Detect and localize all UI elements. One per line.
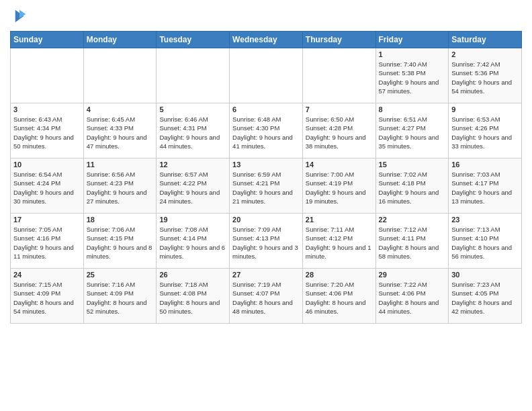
day-number: 25: [87, 271, 154, 279]
calendar-cell: 30Sunrise: 7:23 AM Sunset: 4:05 PM Dayli…: [449, 269, 522, 324]
day-number: 2: [451, 50, 519, 58]
header-thursday: Thursday: [302, 32, 375, 48]
day-number: 26: [159, 271, 226, 279]
day-info: Sunrise: 7:23 AM Sunset: 4:05 PM Dayligh…: [451, 280, 519, 316]
day-info: Sunrise: 7:18 AM Sunset: 4:08 PM Dayligh…: [159, 280, 226, 316]
day-number: 24: [13, 271, 81, 279]
day-number: 4: [87, 105, 154, 113]
calendar-cell: 18Sunrise: 7:06 AM Sunset: 4:15 PM Dayli…: [83, 214, 157, 269]
day-info: Sunrise: 7:40 AM Sunset: 5:38 PM Dayligh…: [379, 60, 446, 95]
day-info: Sunrise: 6:51 AM Sunset: 4:27 PM Dayligh…: [379, 115, 446, 150]
calendar-cell: 2Sunrise: 7:42 AM Sunset: 5:36 PM Daylig…: [449, 48, 522, 103]
calendar-week-4: 24Sunrise: 7:15 AM Sunset: 4:09 PM Dayli…: [11, 269, 522, 324]
day-info: Sunrise: 7:02 AM Sunset: 4:18 PM Dayligh…: [379, 170, 446, 205]
calendar-cell: 15Sunrise: 7:02 AM Sunset: 4:18 PM Dayli…: [375, 158, 449, 214]
calendar-cell: 13Sunrise: 6:59 AM Sunset: 4:21 PM Dayli…: [230, 158, 303, 214]
calendar-cell: 6Sunrise: 6:48 AM Sunset: 4:30 PM Daylig…: [230, 103, 303, 158]
day-info: Sunrise: 7:15 AM Sunset: 4:09 PM Dayligh…: [13, 280, 81, 316]
calendar-cell: 11Sunrise: 6:56 AM Sunset: 4:23 PM Dayli…: [83, 158, 157, 214]
day-info: Sunrise: 6:48 AM Sunset: 4:30 PM Dayligh…: [232, 115, 300, 150]
day-number: 23: [451, 216, 519, 224]
calendar-cell: 29Sunrise: 7:22 AM Sunset: 4:06 PM Dayli…: [375, 269, 449, 324]
header-sunday: Sunday: [11, 32, 84, 48]
header-saturday: Saturday: [449, 32, 522, 48]
day-number: 11: [87, 161, 154, 169]
day-number: 13: [232, 161, 300, 169]
day-number: 30: [451, 271, 519, 279]
calendar-cell: 8Sunrise: 6:51 AM Sunset: 4:27 PM Daylig…: [375, 103, 449, 158]
day-number: 12: [159, 161, 226, 169]
calendar-cell: 22Sunrise: 7:12 AM Sunset: 4:11 PM Dayli…: [375, 214, 449, 269]
day-number: 1: [379, 50, 446, 58]
day-number: 27: [232, 271, 300, 279]
calendar-cell: 3Sunrise: 6:43 AM Sunset: 4:34 PM Daylig…: [11, 103, 84, 158]
header: [10, 7, 522, 26]
calendar-cell: 7Sunrise: 6:50 AM Sunset: 4:28 PM Daylig…: [302, 103, 375, 158]
calendar-week-1: 3Sunrise: 6:43 AM Sunset: 4:34 PM Daylig…: [11, 103, 522, 158]
header-wednesday: Wednesday: [230, 32, 303, 48]
day-info: Sunrise: 6:54 AM Sunset: 4:24 PM Dayligh…: [13, 170, 81, 205]
day-info: Sunrise: 6:43 AM Sunset: 4:34 PM Dayligh…: [13, 115, 81, 150]
day-number: 20: [232, 216, 300, 224]
calendar-cell: [157, 48, 230, 103]
day-number: 19: [159, 216, 226, 224]
day-info: Sunrise: 6:59 AM Sunset: 4:21 PM Dayligh…: [232, 170, 300, 205]
day-info: Sunrise: 7:12 AM Sunset: 4:11 PM Dayligh…: [379, 225, 446, 261]
logo-icon: [10, 7, 29, 26]
day-info: Sunrise: 7:13 AM Sunset: 4:10 PM Dayligh…: [451, 225, 519, 261]
day-info: Sunrise: 7:08 AM Sunset: 4:14 PM Dayligh…: [159, 225, 226, 261]
calendar-cell: [302, 48, 375, 103]
day-number: 17: [13, 216, 81, 224]
calendar-cell: 10Sunrise: 6:54 AM Sunset: 4:24 PM Dayli…: [11, 158, 84, 214]
calendar-cell: 23Sunrise: 7:13 AM Sunset: 4:10 PM Dayli…: [449, 214, 522, 269]
day-number: 22: [379, 216, 446, 224]
calendar-cell: 4Sunrise: 6:45 AM Sunset: 4:33 PM Daylig…: [83, 103, 157, 158]
day-info: Sunrise: 6:46 AM Sunset: 4:31 PM Dayligh…: [159, 115, 226, 150]
day-info: Sunrise: 6:45 AM Sunset: 4:33 PM Dayligh…: [87, 115, 154, 150]
day-number: 29: [379, 271, 446, 279]
day-number: 10: [13, 161, 81, 169]
header-tuesday: Tuesday: [157, 32, 230, 48]
day-info: Sunrise: 7:00 AM Sunset: 4:19 PM Dayligh…: [306, 170, 373, 205]
day-number: 6: [232, 105, 300, 113]
calendar-header-row: SundayMondayTuesdayWednesdayThursdayFrid…: [11, 32, 522, 48]
day-info: Sunrise: 6:56 AM Sunset: 4:23 PM Dayligh…: [87, 170, 154, 205]
calendar-week-2: 10Sunrise: 6:54 AM Sunset: 4:24 PM Dayli…: [11, 158, 522, 214]
day-number: 3: [13, 105, 81, 113]
calendar-cell: 12Sunrise: 6:57 AM Sunset: 4:22 PM Dayli…: [157, 158, 230, 214]
calendar-cell: 28Sunrise: 7:20 AM Sunset: 4:06 PM Dayli…: [302, 269, 375, 324]
calendar-cell: 5Sunrise: 6:46 AM Sunset: 4:31 PM Daylig…: [157, 103, 230, 158]
calendar-week-3: 17Sunrise: 7:05 AM Sunset: 4:16 PM Dayli…: [11, 214, 522, 269]
day-info: Sunrise: 6:50 AM Sunset: 4:28 PM Dayligh…: [306, 115, 373, 150]
calendar-cell: 19Sunrise: 7:08 AM Sunset: 4:14 PM Dayli…: [157, 214, 230, 269]
calendar-cell: [83, 48, 157, 103]
calendar-cell: [230, 48, 303, 103]
header-friday: Friday: [375, 32, 449, 48]
calendar-cell: 24Sunrise: 7:15 AM Sunset: 4:09 PM Dayli…: [11, 269, 84, 324]
day-number: 8: [379, 105, 446, 113]
calendar-cell: 20Sunrise: 7:09 AM Sunset: 4:13 PM Dayli…: [230, 214, 303, 269]
logo: [10, 7, 32, 26]
day-number: 7: [306, 105, 373, 113]
day-number: 28: [306, 271, 373, 279]
calendar-cell: 17Sunrise: 7:05 AM Sunset: 4:16 PM Dayli…: [11, 214, 84, 269]
day-info: Sunrise: 6:57 AM Sunset: 4:22 PM Dayligh…: [159, 170, 226, 205]
header-monday: Monday: [83, 32, 157, 48]
calendar-cell: 26Sunrise: 7:18 AM Sunset: 4:08 PM Dayli…: [157, 269, 230, 324]
calendar-table: SundayMondayTuesdayWednesdayThursdayFrid…: [10, 31, 522, 324]
day-number: 16: [451, 161, 519, 169]
day-info: Sunrise: 6:53 AM Sunset: 4:26 PM Dayligh…: [451, 115, 519, 150]
calendar-cell: 9Sunrise: 6:53 AM Sunset: 4:26 PM Daylig…: [449, 103, 522, 158]
day-number: 21: [306, 216, 373, 224]
day-info: Sunrise: 7:11 AM Sunset: 4:12 PM Dayligh…: [306, 225, 373, 261]
day-info: Sunrise: 7:20 AM Sunset: 4:06 PM Dayligh…: [306, 280, 373, 316]
calendar-week-0: 1Sunrise: 7:40 AM Sunset: 5:38 PM Daylig…: [11, 48, 522, 103]
calendar-cell: 21Sunrise: 7:11 AM Sunset: 4:12 PM Dayli…: [302, 214, 375, 269]
day-info: Sunrise: 7:42 AM Sunset: 5:36 PM Dayligh…: [451, 60, 519, 95]
calendar-cell: 25Sunrise: 7:16 AM Sunset: 4:09 PM Dayli…: [83, 269, 157, 324]
day-info: Sunrise: 7:22 AM Sunset: 4:06 PM Dayligh…: [379, 280, 446, 316]
day-info: Sunrise: 7:03 AM Sunset: 4:17 PM Dayligh…: [451, 170, 519, 205]
calendar-cell: 1Sunrise: 7:40 AM Sunset: 5:38 PM Daylig…: [375, 48, 449, 103]
calendar-cell: [11, 48, 84, 103]
day-number: 18: [87, 216, 154, 224]
